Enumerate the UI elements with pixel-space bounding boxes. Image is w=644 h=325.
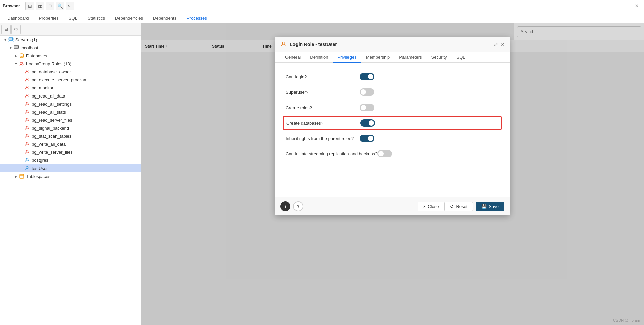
sidebar-item-servers[interactable]: ▼Servers (1) — [0, 36, 141, 44]
toolbar-search-icon[interactable]: 🔍 — [56, 2, 64, 10]
role-icon — [24, 93, 30, 99]
privilege-row-1: Superuser? — [283, 85, 502, 99]
privilege-toggle-5[interactable] — [377, 150, 392, 157]
tab-dependencies[interactable]: Dependencies — [110, 14, 148, 23]
sidebar: ⊞ ⚙ ▼Servers (1)▼localhost▶Databases▼Log… — [0, 23, 141, 325]
toolbar-table-icon[interactable]: ▦ — [36, 2, 44, 10]
close-button[interactable]: × Close — [418, 202, 445, 211]
save-icon: 💾 — [481, 204, 487, 209]
sidebar-item-label-pg_read_all_data: pg_read_all_data — [32, 93, 65, 99]
tree-arrow-databases[interactable]: ▶ — [13, 54, 19, 58]
save-button[interactable]: 💾 Save — [476, 202, 504, 211]
tree-arrow-localhost[interactable]: ▼ — [8, 46, 13, 50]
sidebar-item-pg_read_server_files[interactable]: pg_read_server_files — [0, 116, 141, 124]
svg-point-16 — [26, 118, 28, 120]
toolbar-terminal-icon[interactable]: >_ — [66, 2, 74, 10]
sidebar-item-pg_stat_scan_tables[interactable]: pg_stat_scan_tables — [0, 132, 141, 140]
sidebar-item-pg_execute_server_program[interactable]: pg_execute_server_program — [0, 76, 141, 84]
role-icon — [24, 117, 30, 123]
toolbar-grid-icon[interactable]: ⊞ — [25, 2, 34, 10]
svg-point-14 — [26, 102, 28, 104]
reset-icon: ↺ — [450, 204, 454, 209]
toolbar-minus-icon[interactable]: ⊟ — [46, 2, 54, 10]
modal-tab-general[interactable]: General — [280, 52, 305, 63]
svg-point-8 — [20, 62, 22, 63]
app-close-button[interactable]: × — [632, 2, 641, 9]
sidebar-tool-1[interactable]: ⊞ — [1, 25, 11, 34]
sidebar-item-pg_signal_backend[interactable]: pg_signal_backend — [0, 124, 141, 132]
svg-point-22 — [26, 167, 28, 168]
sidebar-item-label-tablespaces: Tablespaces — [26, 174, 50, 179]
info-button[interactable]: i — [280, 201, 290, 211]
sidebar-item-label-databases: Databases — [26, 53, 47, 58]
modal-footer: i ? × Close ↺ Reset 💾 Save — [275, 197, 510, 215]
sidebar-item-testUser[interactable]: testUser — [0, 164, 141, 172]
reset-button[interactable]: ↺ Reset — [444, 202, 473, 211]
role-icon — [24, 133, 30, 139]
privilege-label-3: Create databases? — [286, 121, 360, 126]
sidebar-toolbar: ⊞ ⚙ — [0, 23, 141, 36]
top-bar-title: Browser — [3, 3, 20, 8]
privilege-row-0: Can login? — [283, 70, 502, 84]
sidebar-item-label-pg_database_owner: pg_database_owner — [32, 69, 71, 74]
close-icon: × — [423, 204, 426, 209]
tab-processes[interactable]: Processes — [182, 14, 212, 23]
tab-dashboard[interactable]: Dashboard — [3, 14, 34, 23]
privilege-row-3: Create databases? — [283, 116, 502, 130]
svg-point-9 — [22, 63, 23, 64]
sidebar-item-pg_read_all_data[interactable]: pg_read_all_data — [0, 92, 141, 100]
role-icon — [24, 149, 30, 155]
roles-icon — [19, 61, 25, 67]
privilege-toggle-1[interactable] — [360, 88, 374, 96]
sidebar-item-postgres[interactable]: postgres — [0, 156, 141, 164]
tab-dependents[interactable]: Dependents — [148, 14, 181, 23]
sidebar-item-localhost[interactable]: ▼localhost — [0, 44, 141, 52]
tree-arrow-servers[interactable]: ▼ — [3, 38, 8, 42]
sidebar-item-pg_monitor[interactable]: pg_monitor — [0, 84, 141, 92]
sidebar-item-tablespaces[interactable]: ▶Tablespaces — [0, 172, 141, 180]
modal-tabs: General Definition Privileges Membership… — [275, 52, 510, 63]
tree-arrow-tablespaces[interactable]: ▶ — [13, 175, 19, 178]
modal-close-x-button[interactable]: × — [501, 41, 504, 47]
modal-expand-button[interactable]: ⤢ — [494, 41, 498, 48]
privilege-toggle-0[interactable] — [360, 73, 374, 80]
tab-statistics[interactable]: Statistics — [83, 14, 110, 23]
modal-tab-sql[interactable]: SQL — [452, 52, 470, 63]
sidebar-item-label-login-group-roles: Login/Group Roles (13) — [26, 61, 71, 66]
privilege-row-2: Create roles? — [283, 101, 502, 115]
tree-container: ▼Servers (1)▼localhost▶Databases▼Login/G… — [0, 36, 141, 180]
modal-tab-definition[interactable]: Definition — [305, 52, 333, 63]
svg-point-4 — [12, 40, 13, 40]
login-role-modal: Login Role - testUser ⤢ × General Defini… — [275, 37, 510, 215]
tab-properties[interactable]: Properties — [34, 14, 63, 23]
sidebar-item-pg_write_server_files[interactable]: pg_write_server_files — [0, 148, 141, 156]
privilege-toggle-4[interactable] — [360, 135, 374, 142]
svg-point-3 — [12, 38, 13, 38]
privilege-label-4: Inherit rights from the parent roles? — [286, 136, 360, 141]
privilege-label-0: Can login? — [286, 74, 360, 79]
help-button[interactable]: ? — [293, 201, 303, 211]
privilege-toggle-2[interactable] — [360, 104, 374, 111]
user-icon — [24, 165, 30, 171]
sidebar-tool-2[interactable]: ⚙ — [11, 25, 21, 34]
tree-arrow-login-group-roles[interactable]: ▼ — [13, 62, 19, 66]
sidebar-item-databases[interactable]: ▶Databases — [0, 52, 141, 60]
privilege-toggle-3[interactable] — [360, 119, 375, 127]
sidebar-item-label-pg_write_server_files: pg_write_server_files — [32, 150, 73, 155]
sidebar-item-label-pg_stat_scan_tables: pg_stat_scan_tables — [32, 134, 71, 139]
sidebar-item-pg_read_all_stats[interactable]: pg_read_all_stats — [0, 108, 141, 116]
modal-tab-membership[interactable]: Membership — [361, 52, 395, 63]
sidebar-item-login-group-roles[interactable]: ▼Login/Group Roles (13) — [0, 60, 141, 68]
modal-tab-security[interactable]: Security — [427, 52, 452, 63]
modal-tab-privileges[interactable]: Privileges — [333, 52, 361, 63]
svg-point-12 — [26, 86, 28, 88]
tab-sql[interactable]: SQL — [64, 14, 82, 23]
modal-tab-parameters[interactable]: Parameters — [394, 52, 426, 63]
sidebar-item-label-pg_read_all_settings: pg_read_all_settings — [32, 102, 72, 107]
sidebar-item-pg_write_all_data[interactable]: pg_write_all_data — [0, 140, 141, 148]
sidebar-item-pg_database_owner[interactable]: pg_database_owner — [0, 68, 141, 76]
svg-point-7 — [20, 54, 24, 55]
main-layout: ⊞ ⚙ ▼Servers (1)▼localhost▶Databases▼Log… — [0, 23, 644, 325]
privilege-row-5: Can initiate streaming replication and b… — [283, 147, 502, 161]
sidebar-item-pg_read_all_settings[interactable]: pg_read_all_settings — [0, 100, 141, 108]
